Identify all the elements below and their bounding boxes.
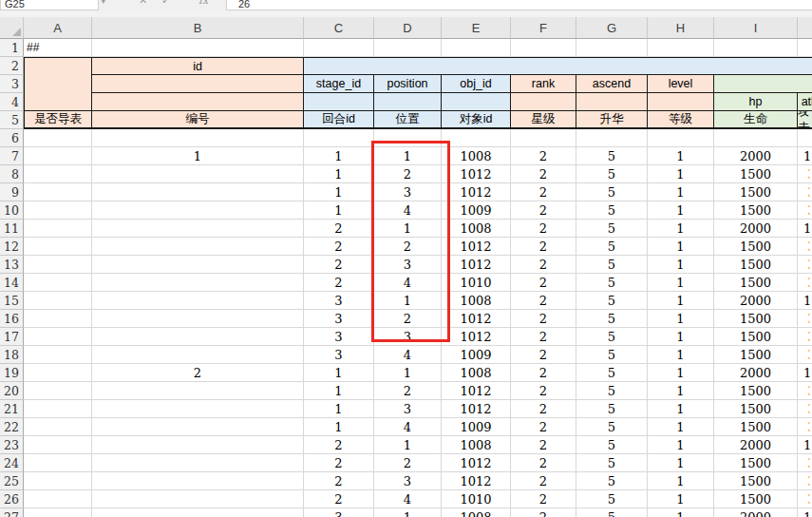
cell-E26[interactable]: 1010: [442, 490, 511, 508]
header-cell-E5[interactable]: 对象id: [442, 111, 511, 129]
cell-J18[interactable]: 3: [798, 346, 812, 364]
cell-G24[interactable]: 5: [576, 454, 648, 472]
cell-F20[interactable]: 2: [511, 382, 576, 400]
cell-F23[interactable]: 2: [511, 436, 576, 454]
cell-G26[interactable]: 5: [576, 490, 648, 508]
cell-D24[interactable]: 2: [374, 454, 442, 472]
row-header-16[interactable]: 16: [0, 310, 24, 328]
cell-I23[interactable]: 2000: [714, 436, 798, 454]
cell-G25[interactable]: 5: [576, 472, 648, 490]
cell-D18[interactable]: 4: [374, 346, 442, 364]
cell-C6[interactable]: [304, 129, 374, 147]
row-header-9[interactable]: 9: [0, 183, 24, 201]
header-cell-C3[interactable]: stage_id: [304, 75, 374, 93]
cell-C15[interactable]: 3: [304, 292, 374, 310]
cell-E17[interactable]: 1012: [442, 328, 511, 346]
cell-I1[interactable]: [714, 39, 798, 57]
cell-I25[interactable]: 1500: [714, 472, 798, 490]
cell-D1[interactable]: [374, 39, 442, 57]
name-box-dropdown-icon[interactable]: ▾: [101, 0, 106, 7]
cell-J10[interactable]: 3: [798, 201, 812, 220]
cell-H9[interactable]: 1: [648, 183, 714, 201]
cell-J7[interactable]: 1: [798, 147, 812, 165]
cell-F10[interactable]: 2: [511, 201, 576, 220]
cell-E20[interactable]: 1012: [442, 382, 511, 400]
cell-I18[interactable]: 1500: [714, 346, 798, 364]
cell-A19[interactable]: [24, 364, 92, 382]
col-header-D[interactable]: D: [374, 17, 442, 39]
cell-H19[interactable]: 1: [648, 364, 714, 382]
cell-C14[interactable]: 2: [304, 274, 374, 292]
cell-J24[interactable]: 3: [798, 454, 812, 472]
col-header-F[interactable]: F: [511, 17, 576, 39]
cell-C22[interactable]: 1: [304, 418, 374, 436]
cell-B19[interactable]: 2: [92, 364, 304, 382]
cell-E16[interactable]: 1012: [442, 310, 511, 328]
cell-E1[interactable]: [442, 39, 511, 57]
row-header-1[interactable]: 1: [0, 39, 24, 57]
cell-C13[interactable]: 2: [304, 256, 374, 274]
cell-E8[interactable]: 1012: [442, 165, 511, 183]
cell-H8[interactable]: 1: [648, 165, 714, 183]
cell-H1[interactable]: [648, 39, 714, 57]
cell-G23[interactable]: 5: [576, 436, 648, 454]
cell-I20[interactable]: 1500: [714, 382, 798, 400]
row-header-12[interactable]: 12: [0, 238, 24, 256]
row-header-10[interactable]: 10: [0, 201, 24, 220]
cell-G14[interactable]: 5: [576, 274, 648, 292]
cell-E9[interactable]: 1012: [442, 183, 511, 201]
cell-C7[interactable]: 1: [304, 147, 374, 165]
row-header-24[interactable]: 24: [0, 454, 24, 472]
cell-B6[interactable]: [92, 129, 304, 147]
header-cell-J4[interactable]: atk: [798, 93, 812, 111]
row-header-25[interactable]: 25: [0, 472, 24, 490]
row-header-5[interactable]: 5: [0, 111, 24, 129]
cell-A1[interactable]: ##: [24, 39, 92, 57]
header-cell-F3[interactable]: rank: [511, 75, 576, 93]
cell-H14[interactable]: 1: [648, 274, 714, 292]
cell-A10[interactable]: [24, 201, 92, 220]
col-header-H[interactable]: H: [648, 17, 714, 39]
row-header-7[interactable]: 7: [0, 147, 24, 165]
header-cell-F5[interactable]: 星级: [511, 111, 576, 129]
cell-E15[interactable]: 1008: [442, 292, 511, 310]
cell-I22[interactable]: 1500: [714, 418, 798, 436]
cell-I7[interactable]: 2000: [714, 147, 798, 165]
cell-F13[interactable]: 2: [511, 256, 576, 274]
cell-B9[interactable]: [92, 183, 304, 201]
cell-G7[interactable]: 5: [576, 147, 648, 165]
cell-H24[interactable]: 1: [648, 454, 714, 472]
header-cell-A2[interactable]: [24, 57, 92, 111]
cell-D22[interactable]: 4: [374, 418, 442, 436]
cell-I13[interactable]: 1500: [714, 256, 798, 274]
cell-E12[interactable]: 1012: [442, 238, 511, 256]
cell-J1[interactable]: [798, 39, 812, 57]
cell-B18[interactable]: [92, 346, 304, 364]
col-header-E[interactable]: E: [442, 17, 511, 39]
header-cell-B4[interactable]: [92, 93, 304, 111]
cell-F11[interactable]: 2: [511, 220, 576, 238]
cell-A14[interactable]: [24, 274, 92, 292]
cell-C11[interactable]: 2: [304, 220, 374, 238]
cell-G21[interactable]: 5: [576, 400, 648, 418]
cell-A27[interactable]: [24, 508, 92, 517]
cell-G6[interactable]: [576, 129, 648, 147]
cell-E25[interactable]: 1012: [442, 472, 511, 490]
cell-I21[interactable]: 1500: [714, 400, 798, 418]
cell-D25[interactable]: 3: [374, 472, 442, 490]
cell-B10[interactable]: [92, 201, 304, 220]
cell-J22[interactable]: 3: [798, 418, 812, 436]
row-header-3[interactable]: 3: [0, 75, 24, 93]
cell-G11[interactable]: 5: [576, 220, 648, 238]
cell-J12[interactable]: 3: [798, 238, 812, 256]
cell-J6[interactable]: [798, 129, 812, 147]
cell-A11[interactable]: [24, 220, 92, 238]
cell-H12[interactable]: 1: [648, 238, 714, 256]
cell-F8[interactable]: 2: [511, 165, 576, 183]
cell-E23[interactable]: 1008: [442, 436, 511, 454]
cell-I26[interactable]: 1500: [714, 490, 798, 508]
cell-B15[interactable]: [92, 292, 304, 310]
row-header-11[interactable]: 11: [0, 220, 24, 238]
cell-F12[interactable]: 2: [511, 238, 576, 256]
cell-E24[interactable]: 1012: [442, 454, 511, 472]
